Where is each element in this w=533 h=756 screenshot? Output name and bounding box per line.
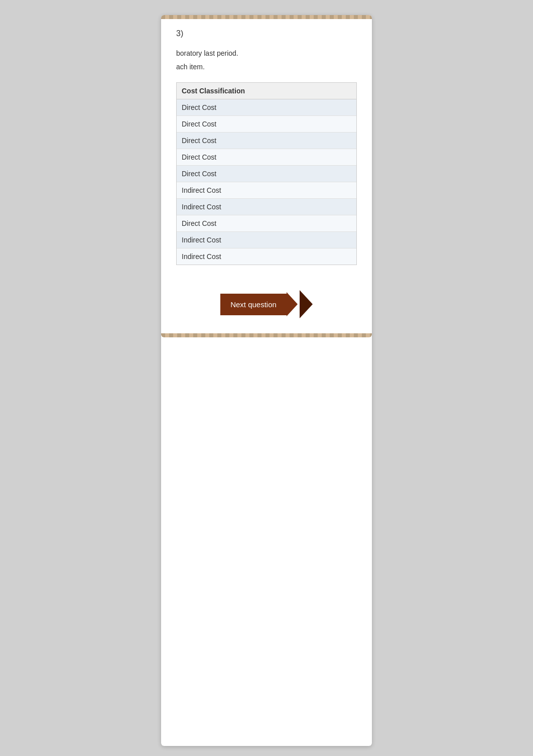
table-row: Indirect Cost: [177, 248, 356, 265]
table-row: Direct Cost: [177, 166, 356, 182]
table-row: Direct Cost: [177, 116, 356, 133]
table-row: Indirect Cost: [177, 199, 356, 215]
table-row: Direct Cost: [177, 149, 356, 166]
table-header: Cost Classification: [177, 83, 356, 99]
next-question-area: Next question: [220, 290, 313, 318]
next-question-wrapper: Next question: [176, 290, 357, 318]
question-text-line1: boratory last period.: [176, 48, 357, 59]
cost-classification-table: Cost Classification Direct Cost Direct C…: [176, 82, 357, 265]
question-text-line2: ach item.: [176, 62, 357, 72]
bottom-decorative-bar: [161, 333, 372, 337]
main-card: 3) boratory last period. ach item. Cost …: [161, 15, 372, 746]
table-row: Direct Cost: [177, 99, 356, 116]
question-number: 3): [176, 29, 357, 38]
arrow-shadow-icon: [300, 290, 313, 318]
table-row: Direct Cost: [177, 133, 356, 149]
arrow-icon: [287, 292, 298, 316]
next-question-button[interactable]: Next question: [220, 294, 287, 315]
top-decorative-bar: [161, 15, 372, 19]
table-row: Indirect Cost: [177, 182, 356, 199]
table-row: Indirect Cost: [177, 232, 356, 248]
table-row: Direct Cost: [177, 215, 356, 232]
